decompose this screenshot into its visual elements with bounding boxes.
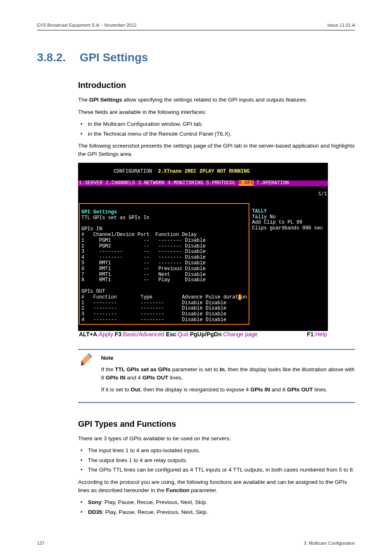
page-number: 137 bbox=[37, 541, 44, 546]
types-p1: There are 3 types of GPIs available to b… bbox=[78, 435, 355, 443]
footer-chapter: 3. Multicam Configuration bbox=[304, 541, 355, 546]
gpi-screenshot: CONFIGURATION 2.XTnano 2REC 2PLAY NOT RU… bbox=[78, 163, 328, 331]
gpi-settings-highlight: GPI Settings TTL GPIs set as GPIs In GPI… bbox=[79, 203, 249, 325]
intro-p2: These fields are available in the follow… bbox=[78, 108, 355, 116]
interface-list: in the Multicam Configuration window, GP… bbox=[78, 120, 355, 138]
types-p2: According to the protocol you are using,… bbox=[78, 478, 355, 494]
types-heading: GPI Types and Functions bbox=[78, 419, 355, 429]
note-title: Note bbox=[101, 354, 355, 362]
list-item: in the Multicam Configuration window, GP… bbox=[78, 120, 355, 128]
section-heading: 3.8.2. GPI Settings bbox=[37, 51, 355, 64]
intro-p1: The GPI Settings allow specifying the se… bbox=[78, 96, 355, 104]
list-item: DD35: Play, Pause, Recue, Previous, Next… bbox=[78, 508, 355, 516]
note-p2: If it is set to Out, then the display is… bbox=[101, 386, 355, 394]
screenshot-footer: ALT+A:Apply F3:Basic/Advanced Esc:Quit P… bbox=[78, 331, 328, 338]
header-right: Issue 11.01.A bbox=[327, 23, 355, 28]
gpi-types-list: The input lines 1 to 4 are opto-isolated… bbox=[78, 446, 355, 474]
section-number: 3.8.2. bbox=[37, 51, 78, 64]
section-title: GPI Settings bbox=[80, 51, 148, 64]
header-left: EVS Broadcast Equipment S.A. - November … bbox=[37, 23, 136, 28]
list-item: The GPIs TTL lines can be configured as … bbox=[78, 466, 355, 474]
note-p1: If the TTL GPIs set as GPIs parameter is… bbox=[101, 365, 355, 382]
intro-p3: The following screenshot presents the se… bbox=[78, 142, 355, 158]
tally-panel: TALLY Tally No Add Clip to PL 99 Clips g… bbox=[250, 203, 325, 326]
page-footer: 137 3. Multicam Configuration bbox=[37, 541, 355, 546]
page-header: EVS Broadcast Equipment S.A. - November … bbox=[37, 23, 355, 30]
list-item: The output lines 1 to 4 are relay output… bbox=[78, 456, 355, 465]
list-item: The input lines 1 to 4 are opto-isolated… bbox=[78, 446, 355, 455]
list-item: in the Technical menu of the Remote Cont… bbox=[78, 130, 355, 138]
pencil-icon bbox=[81, 352, 95, 366]
protocol-list: Sony: Play, Pause, Recue, Previous, Next… bbox=[78, 498, 355, 516]
intro-heading: Introduction bbox=[78, 81, 355, 90]
list-item: Sony: Play, Pause, Recue, Previous, Next… bbox=[78, 498, 355, 506]
note-box: Note If the TTL GPIs set as GPIs paramet… bbox=[78, 349, 355, 402]
